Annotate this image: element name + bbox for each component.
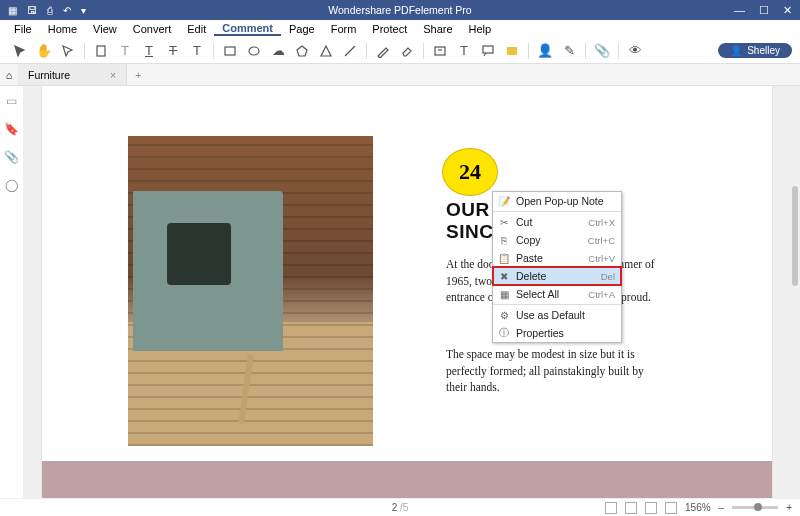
statusbar: 2 /5 156% – + [0,498,800,516]
svg-rect-1 [225,47,235,55]
textbox-icon[interactable] [432,43,448,59]
menu-share[interactable]: Share [415,23,460,35]
menubar: File Home View Convert Edit Comment Page… [0,20,800,38]
triangle-shape-icon[interactable] [318,43,334,59]
side-panel: ▭ 🔖 📎 ◯ [0,86,24,498]
cloud-shape-icon[interactable]: ☁ [270,43,286,59]
svg-rect-4 [483,46,493,53]
ctx-select-all[interactable]: ▦ Select All Ctrl+A [493,285,621,303]
default-icon: ⚙ [497,308,511,322]
paste-icon: 📋 [497,251,511,265]
vertical-scrollbar[interactable] [792,186,798,286]
ctx-separator [493,211,621,212]
caret-icon[interactable]: T [189,43,205,59]
hand-tool-icon[interactable]: ✋ [36,43,52,59]
zoom-in-button[interactable]: + [786,502,792,513]
line-shape-icon[interactable] [342,43,358,59]
menu-view[interactable]: View [85,23,125,35]
print-icon[interactable]: ⎙ [47,5,53,16]
heading-line-1: OUR [446,199,493,221]
hide-comments-icon[interactable]: 👁 [627,43,643,59]
note-icon: 📝 [497,194,511,208]
sticky-note-icon[interactable] [93,43,109,59]
furniture-photo [128,136,373,446]
ctx-use-as-default[interactable]: ⚙ Use as Default [493,306,621,324]
svg-point-2 [249,47,259,55]
quick-access-toolbar: ▦ 🖫 ⎙ ↶ ▾ [0,5,86,16]
ctx-separator [493,304,621,305]
document-tab[interactable]: Furniture × [18,64,127,85]
ctx-open-popup-note[interactable]: 📝 Open Pop-up Note [493,192,621,210]
svg-rect-0 [97,46,105,56]
menu-home[interactable]: Home [40,23,85,35]
maximize-button[interactable]: ☐ [759,4,769,17]
highlight-annotation[interactable]: 24 [442,148,498,196]
eraser-icon[interactable] [399,43,415,59]
comments-panel-icon[interactable]: ◯ [5,178,18,192]
area-highlight-icon[interactable] [504,43,520,59]
stamp-icon[interactable]: 👤 [537,43,553,59]
bookmarks-icon[interactable]: 🔖 [4,122,19,136]
menu-protect[interactable]: Protect [364,23,415,35]
select-tool-icon[interactable] [12,43,28,59]
menu-file[interactable]: File [6,23,40,35]
typewriter-icon[interactable]: T [456,43,472,59]
menu-form[interactable]: Form [323,23,365,35]
context-menu: 📝 Open Pop-up Note ✂ Cut Ctrl+X ⎘ Copy C… [492,191,622,343]
signature-icon[interactable]: ✎ [561,43,577,59]
new-tab-button[interactable]: + [127,69,149,81]
page-footer-band [42,461,772,498]
menu-convert[interactable]: Convert [125,23,180,35]
rectangle-shape-icon[interactable] [222,43,238,59]
attachments-panel-icon[interactable]: 📎 [4,150,19,164]
home-tab-icon[interactable]: ⌂ [0,69,18,81]
close-button[interactable]: ✕ [783,4,792,17]
titlebar: ▦ 🖫 ⎙ ↶ ▾ Wondershare PDFelement Pro — ☐… [0,0,800,20]
qat-dropdown-icon[interactable]: ▾ [81,5,86,16]
couch-graphic [133,191,283,351]
properties-icon: ⓘ [497,326,511,340]
pencil-icon[interactable] [375,43,391,59]
undo-icon[interactable]: ↶ [63,5,71,16]
comment-toolbar: ✋ T T T T ☁ T 👤 ✎ 📎 👁 👤 [0,38,800,64]
view-mode-facing-icon[interactable] [645,502,657,514]
tab-close-icon[interactable]: × [110,69,116,81]
strikethrough-icon[interactable]: T [165,43,181,59]
view-mode-continuous-icon[interactable] [625,502,637,514]
ctx-copy[interactable]: ⎘ Copy Ctrl+C [493,231,621,249]
edit-tool-icon[interactable] [60,43,76,59]
menu-page[interactable]: Page [281,23,323,35]
zoom-slider[interactable] [732,506,778,509]
ctx-delete[interactable]: ✖ Delete Del [493,267,621,285]
pdf-page[interactable]: 24 OUR SINC At the door of a quaint Vanc… [42,86,772,498]
ctx-paste[interactable]: 📋 Paste Ctrl+V [493,249,621,267]
thumbnails-icon[interactable]: ▭ [6,94,17,108]
copy-icon: ⎘ [497,233,511,247]
underline-icon[interactable]: T [141,43,157,59]
zoom-value: 156% [685,502,711,513]
zoom-out-button[interactable]: – [719,502,725,513]
cut-icon: ✂ [497,215,511,229]
document-canvas[interactable]: 24 OUR SINC At the door of a quaint Vanc… [24,86,800,498]
menu-help[interactable]: Help [461,23,500,35]
delete-icon: ✖ [497,269,511,283]
page-indicator[interactable]: 2 /5 [392,502,409,513]
menu-comment[interactable]: Comment [214,22,281,36]
ctx-properties[interactable]: ⓘ Properties [493,324,621,342]
ctx-cut[interactable]: ✂ Cut Ctrl+X [493,213,621,231]
heading-line-2: SINC [446,221,493,243]
minimize-button[interactable]: — [734,4,745,17]
user-pill[interactable]: 👤 Shelley [718,43,792,58]
polygon-shape-icon[interactable] [294,43,310,59]
highlight-icon[interactable]: T [117,43,133,59]
app-logo-icon: ▦ [8,5,17,16]
callout-icon[interactable] [480,43,496,59]
save-icon[interactable]: 🖫 [27,5,37,16]
view-mode-single-icon[interactable] [605,502,617,514]
oval-shape-icon[interactable] [246,43,262,59]
menu-edit[interactable]: Edit [179,23,214,35]
svg-rect-3 [435,47,445,55]
window-title: Wondershare PDFelement Pro [328,4,471,16]
attachment-icon[interactable]: 📎 [594,43,610,59]
view-mode-facing-continuous-icon[interactable] [665,502,677,514]
